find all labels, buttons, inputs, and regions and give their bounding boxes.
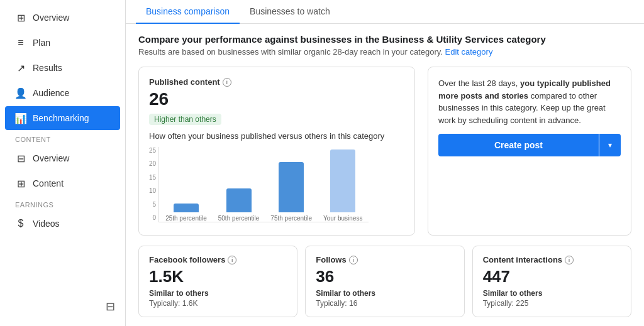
facebook-followers-typically: Typically: 1.6K <box>149 299 287 308</box>
tab-businesses-to-watch[interactable]: Businesses to watch <box>240 0 340 24</box>
stat-card-content-interactions: Content interactions i 447 Similar to ot… <box>472 246 631 317</box>
content-overview-icon: ⊟ <box>15 153 26 164</box>
sidebar-item-content-overview[interactable]: ⊟ Overview <box>5 146 120 170</box>
published-content-label: Published content i <box>149 77 404 87</box>
facebook-followers-label: Facebook followers i <box>149 255 287 264</box>
facebook-followers-status: Similar to others <box>149 289 287 298</box>
sidebar-item-label: Audience <box>33 88 69 98</box>
main-content: Business comparison Businesses to watch … <box>126 0 644 326</box>
benchmarking-icon: 📊 <box>15 112 26 124</box>
page-heading: Compare your performance against busines… <box>138 34 631 45</box>
bar-chart-wrapper: 25 20 15 10 5 0 25th percentile <box>149 147 404 225</box>
bar-25th <box>174 204 199 212</box>
edit-category-link[interactable]: Edit category <box>445 47 493 57</box>
two-col-section: Published content i 26 Higher than other… <box>138 67 631 236</box>
content-section-label: Content <box>0 131 125 146</box>
follows-info-icon[interactable]: i <box>349 256 358 264</box>
bar-label-25th: 25th percentile <box>165 215 207 222</box>
bar-label-your-business: Your business <box>323 215 362 222</box>
overview-icon: ⊞ <box>15 12 26 23</box>
content-interactions-value: 447 <box>483 267 621 286</box>
sidebar-footer: ⊟ <box>0 292 125 321</box>
published-content-card: Published content i 26 Higher than other… <box>138 67 415 236</box>
content-interactions-status: Similar to others <box>483 289 621 298</box>
create-post-row: Create post ▾ <box>438 134 621 156</box>
videos-icon: $ <box>15 218 26 229</box>
tab-bar: Business comparison Businesses to watch <box>126 0 644 24</box>
sidebar-item-label: Benchmarking <box>33 113 89 123</box>
sidebar-item-benchmarking[interactable]: 📊 Benchmarking <box>5 106 120 130</box>
sidebar-item-content-content[interactable]: ⊞ Content <box>5 171 120 195</box>
sidebar-item-label: Overview <box>33 13 69 23</box>
published-content-info-icon[interactable]: i <box>223 78 231 87</box>
bar-label-75th: 75th percentile <box>270 215 312 222</box>
results-icon: ↗ <box>15 62 26 73</box>
follows-typically: Typically: 16 <box>316 299 453 308</box>
bar-group-your-business: Your business <box>323 149 362 222</box>
create-post-button[interactable]: Create post <box>438 134 599 156</box>
sidebar-item-label: Videos <box>33 219 60 229</box>
follows-label: Follows i <box>316 255 453 264</box>
bar-your-business <box>330 149 355 212</box>
y-axis: 25 20 15 10 5 0 <box>149 147 156 222</box>
follows-status: Similar to others <box>316 289 453 298</box>
sidebar-item-audience[interactable]: 👤 Audience <box>5 81 120 105</box>
follows-value: 36 <box>316 267 453 286</box>
published-content-value: 26 <box>149 89 404 109</box>
sidebar-item-results[interactable]: ↗ Results <box>5 56 120 80</box>
sidebar-item-label: Plan <box>33 38 50 48</box>
bar-group-75th: 75th percentile <box>270 162 312 222</box>
insight-card: Over the last 28 days, you typically pub… <box>428 67 631 236</box>
bar-group-50th: 50th percentile <box>218 188 260 222</box>
sidebar-item-plan[interactable]: ≡ Plan <box>5 31 120 55</box>
bar-chart: 25th percentile 50th percentile 75th per… <box>158 147 369 222</box>
sidebar-item-label: Content <box>33 178 64 188</box>
bar-75th <box>279 162 304 212</box>
bottom-stats: Facebook followers i 1.5K Similar to oth… <box>138 246 631 317</box>
stat-card-facebook-followers: Facebook followers i 1.5K Similar to oth… <box>138 246 297 317</box>
sidebar-item-label: Results <box>33 63 62 73</box>
content-area: Compare your performance against busines… <box>126 24 644 326</box>
collapse-icon[interactable]: ⊟ <box>106 300 115 313</box>
facebook-followers-info-icon[interactable]: i <box>228 256 236 264</box>
earnings-section-label: Earnings <box>0 196 125 211</box>
audience-icon: 👤 <box>15 87 26 99</box>
chart-title: How often your business published versus… <box>149 131 404 141</box>
sidebar: ⊞ Overview ≡ Plan ↗ Results 👤 Audience 📊… <box>0 0 126 326</box>
insight-text: Over the last 28 days, you typically pub… <box>438 77 621 126</box>
page-subheading: Results are based on businesses with sim… <box>138 47 631 57</box>
plan-icon: ≡ <box>15 37 26 48</box>
bar-label-50th: 50th percentile <box>218 215 260 222</box>
bar-group-25th: 25th percentile <box>165 204 207 222</box>
content-content-icon: ⊞ <box>15 178 26 189</box>
sidebar-item-overview[interactable]: ⊞ Overview <box>5 6 120 30</box>
sidebar-item-label: Overview <box>33 153 69 163</box>
facebook-followers-value: 1.5K <box>149 267 287 286</box>
higher-than-others-badge: Higher than others <box>149 114 221 125</box>
bar-50th <box>226 188 252 212</box>
tab-business-comparison[interactable]: Business comparison <box>136 0 240 24</box>
content-interactions-info-icon[interactable]: i <box>565 256 574 264</box>
sidebar-item-videos[interactable]: $ Videos <box>5 212 120 236</box>
content-interactions-label: Content interactions i <box>483 255 621 264</box>
stat-card-follows: Follows i 36 Similar to others Typically… <box>305 246 464 317</box>
create-post-dropdown-button[interactable]: ▾ <box>599 134 621 156</box>
content-interactions-typically: Typically: 225 <box>483 299 621 308</box>
